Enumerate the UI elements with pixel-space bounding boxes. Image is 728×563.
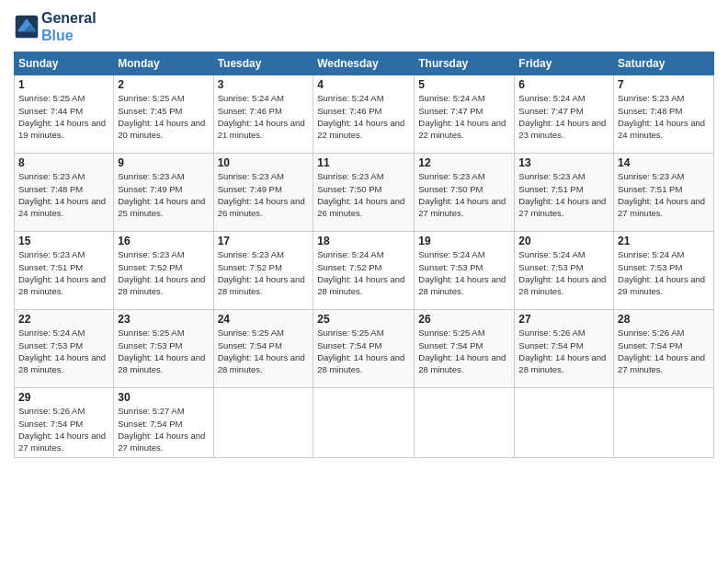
day-info: Sunrise: 5:23 AMSunset: 7:52 PMDaylight:… xyxy=(218,248,310,297)
day-number: 27 xyxy=(518,313,609,326)
day-info: Sunrise: 5:25 AMSunset: 7:54 PMDaylight:… xyxy=(218,327,310,375)
day-info: Sunrise: 5:23 AMSunset: 7:49 PMDaylight:… xyxy=(218,170,310,219)
calendar-cell: 22Sunrise: 5:24 AMSunset: 7:53 PMDayligh… xyxy=(15,310,114,388)
day-info: Sunrise: 5:25 AMSunset: 7:54 PMDaylight:… xyxy=(418,327,510,375)
day-number: 22 xyxy=(18,313,109,326)
day-number: 19 xyxy=(418,235,510,247)
calendar-cell: 10Sunrise: 5:23 AMSunset: 7:49 PMDayligh… xyxy=(213,154,313,232)
day-info: Sunrise: 5:23 AMSunset: 7:48 PMDaylight:… xyxy=(18,170,109,219)
day-number: 30 xyxy=(118,391,209,404)
day-info: Sunrise: 5:25 AMSunset: 7:54 PMDaylight:… xyxy=(317,327,410,375)
day-number: 13 xyxy=(518,156,609,169)
calendar-cell: 15Sunrise: 5:23 AMSunset: 7:51 PMDayligh… xyxy=(15,232,114,310)
day-info: Sunrise: 5:24 AMSunset: 7:53 PMDaylight:… xyxy=(618,248,710,297)
day-number: 28 xyxy=(618,313,710,326)
day-info: Sunrise: 5:24 AMSunset: 7:53 PMDaylight:… xyxy=(418,248,510,297)
calendar-cell: 3Sunrise: 5:24 AMSunset: 7:46 PMDaylight… xyxy=(213,75,313,154)
day-info: Sunrise: 5:26 AMSunset: 7:54 PMDaylight:… xyxy=(518,327,609,375)
calendar-cell: 30Sunrise: 5:27 AMSunset: 7:54 PMDayligh… xyxy=(114,388,213,457)
calendar-cell xyxy=(313,388,415,457)
page: General Blue SundayMondayTuesdayWednesda… xyxy=(0,0,728,563)
day-info: Sunrise: 5:23 AMSunset: 7:51 PMDaylight:… xyxy=(618,170,710,219)
day-number: 4 xyxy=(317,78,410,91)
calendar-header-row: SundayMondayTuesdayWednesdayThursdayFrid… xyxy=(15,52,714,75)
day-info: Sunrise: 5:23 AMSunset: 7:51 PMDaylight:… xyxy=(18,248,109,297)
day-info: Sunrise: 5:27 AMSunset: 7:54 PMDaylight:… xyxy=(118,405,209,454)
day-info: Sunrise: 5:24 AMSunset: 7:53 PMDaylight:… xyxy=(518,248,609,297)
day-info: Sunrise: 5:25 AMSunset: 7:44 PMDaylight:… xyxy=(18,92,109,141)
calendar-cell: 23Sunrise: 5:25 AMSunset: 7:53 PMDayligh… xyxy=(114,310,213,388)
calendar-cell xyxy=(415,388,515,457)
calendar-cell: 16Sunrise: 5:23 AMSunset: 7:52 PMDayligh… xyxy=(114,232,213,310)
calendar-cell: 25Sunrise: 5:25 AMSunset: 7:54 PMDayligh… xyxy=(313,310,415,388)
day-info: Sunrise: 5:23 AMSunset: 7:52 PMDaylight:… xyxy=(118,248,209,297)
day-number: 24 xyxy=(218,313,310,326)
day-number: 29 xyxy=(18,391,109,404)
calendar-cell: 2Sunrise: 5:25 AMSunset: 7:45 PMDaylight… xyxy=(114,75,213,154)
day-number: 1 xyxy=(18,78,109,91)
day-number: 16 xyxy=(118,235,209,247)
calendar: SundayMondayTuesdayWednesdayThursdayFrid… xyxy=(14,52,714,457)
day-number: 12 xyxy=(418,156,510,169)
day-number: 8 xyxy=(18,156,109,169)
logo: General Blue xyxy=(14,9,97,44)
calendar-cell xyxy=(515,388,614,457)
calendar-week-row: 22Sunrise: 5:24 AMSunset: 7:53 PMDayligh… xyxy=(15,310,714,388)
day-number: 6 xyxy=(518,78,609,91)
logo-icon xyxy=(14,14,40,40)
calendar-cell: 1Sunrise: 5:25 AMSunset: 7:44 PMDaylight… xyxy=(15,75,114,154)
day-info: Sunrise: 5:24 AMSunset: 7:47 PMDaylight:… xyxy=(518,92,609,141)
day-number: 20 xyxy=(518,235,609,247)
day-number: 15 xyxy=(18,235,109,247)
calendar-cell: 11Sunrise: 5:23 AMSunset: 7:50 PMDayligh… xyxy=(313,154,415,232)
calendar-cell: 24Sunrise: 5:25 AMSunset: 7:54 PMDayligh… xyxy=(213,310,313,388)
calendar-cell: 20Sunrise: 5:24 AMSunset: 7:53 PMDayligh… xyxy=(515,232,614,310)
day-number: 7 xyxy=(618,78,710,91)
weekday-header: Monday xyxy=(114,52,213,75)
day-info: Sunrise: 5:24 AMSunset: 7:46 PMDaylight:… xyxy=(317,92,410,141)
day-info: Sunrise: 5:24 AMSunset: 7:46 PMDaylight:… xyxy=(218,92,310,141)
calendar-week-row: 1Sunrise: 5:25 AMSunset: 7:44 PMDaylight… xyxy=(15,75,714,154)
day-number: 9 xyxy=(118,156,209,169)
logo-text-bottom: Blue xyxy=(41,27,97,44)
calendar-cell: 18Sunrise: 5:24 AMSunset: 7:52 PMDayligh… xyxy=(313,232,415,310)
weekday-header: Sunday xyxy=(15,52,114,75)
day-info: Sunrise: 5:25 AMSunset: 7:45 PMDaylight:… xyxy=(118,92,209,141)
calendar-cell: 26Sunrise: 5:25 AMSunset: 7:54 PMDayligh… xyxy=(415,310,515,388)
calendar-cell: 8Sunrise: 5:23 AMSunset: 7:48 PMDaylight… xyxy=(15,154,114,232)
weekday-header: Thursday xyxy=(415,52,515,75)
calendar-cell: 29Sunrise: 5:26 AMSunset: 7:54 PMDayligh… xyxy=(15,388,114,457)
day-number: 5 xyxy=(418,78,510,91)
day-number: 21 xyxy=(618,235,710,247)
day-number: 17 xyxy=(218,235,310,247)
calendar-cell: 9Sunrise: 5:23 AMSunset: 7:49 PMDaylight… xyxy=(114,154,213,232)
day-info: Sunrise: 5:24 AMSunset: 7:52 PMDaylight:… xyxy=(317,248,410,297)
calendar-cell: 21Sunrise: 5:24 AMSunset: 7:53 PMDayligh… xyxy=(614,232,714,310)
calendar-cell: 5Sunrise: 5:24 AMSunset: 7:47 PMDaylight… xyxy=(415,75,515,154)
calendar-cell: 7Sunrise: 5:23 AMSunset: 7:48 PMDaylight… xyxy=(614,75,714,154)
day-number: 26 xyxy=(418,313,510,326)
calendar-cell: 14Sunrise: 5:23 AMSunset: 7:51 PMDayligh… xyxy=(614,154,714,232)
calendar-cell: 19Sunrise: 5:24 AMSunset: 7:53 PMDayligh… xyxy=(415,232,515,310)
day-info: Sunrise: 5:24 AMSunset: 7:47 PMDaylight:… xyxy=(418,92,510,141)
day-info: Sunrise: 5:23 AMSunset: 7:48 PMDaylight:… xyxy=(618,92,710,141)
weekday-header: Wednesday xyxy=(313,52,415,75)
day-number: 10 xyxy=(218,156,310,169)
day-number: 23 xyxy=(118,313,209,326)
calendar-cell: 17Sunrise: 5:23 AMSunset: 7:52 PMDayligh… xyxy=(213,232,313,310)
logo-text-top: General xyxy=(41,9,97,27)
day-number: 25 xyxy=(317,313,410,326)
weekday-header: Saturday xyxy=(614,52,714,75)
weekday-header: Tuesday xyxy=(213,52,313,75)
header: General Blue xyxy=(14,9,714,44)
day-info: Sunrise: 5:23 AMSunset: 7:51 PMDaylight:… xyxy=(518,170,609,219)
calendar-cell xyxy=(614,388,714,457)
calendar-cell: 13Sunrise: 5:23 AMSunset: 7:51 PMDayligh… xyxy=(515,154,614,232)
day-number: 11 xyxy=(317,156,410,169)
day-info: Sunrise: 5:23 AMSunset: 7:50 PMDaylight:… xyxy=(317,170,410,219)
calendar-cell: 6Sunrise: 5:24 AMSunset: 7:47 PMDaylight… xyxy=(515,75,614,154)
day-info: Sunrise: 5:24 AMSunset: 7:53 PMDaylight:… xyxy=(18,327,109,375)
calendar-cell: 4Sunrise: 5:24 AMSunset: 7:46 PMDaylight… xyxy=(313,75,415,154)
day-info: Sunrise: 5:26 AMSunset: 7:54 PMDaylight:… xyxy=(618,327,710,375)
day-info: Sunrise: 5:26 AMSunset: 7:54 PMDaylight:… xyxy=(18,405,109,454)
